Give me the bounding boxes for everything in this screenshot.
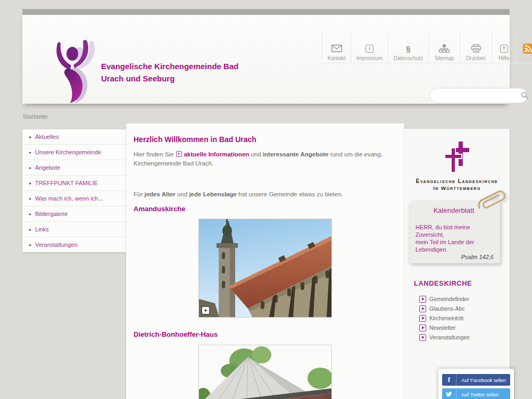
text: Für xyxy=(134,191,144,197)
share-box: f Auf Facebook teilen Auf Twitter teilen xyxy=(438,369,514,399)
sitemap-icon xyxy=(439,43,450,54)
nav-label: Drucken xyxy=(466,55,486,61)
text: und xyxy=(176,191,189,197)
abstract-figure-icon xyxy=(52,38,99,103)
search-box xyxy=(429,88,528,103)
intro-text: Hier finden Sie xyxy=(134,151,176,157)
intro-text: und xyxy=(249,151,263,157)
link-label: Kircheneintritt xyxy=(429,315,463,321)
triangle-icon xyxy=(419,305,426,312)
sidebar-item-veranstaltungen[interactable]: Veranstaltungen xyxy=(22,237,126,252)
church-photo-image xyxy=(199,219,331,317)
link-newsletter[interactable]: Newsletter xyxy=(404,323,510,332)
top-strip xyxy=(22,9,510,15)
sidebar-item-links[interactable]: Links xyxy=(22,221,126,237)
landeskirche-links-heading: LANDESKIRCHE xyxy=(414,279,510,287)
sidebar-item-angebote[interactable]: Angebote xyxy=(22,160,126,175)
sidebar-item-treffpunkt-familie[interactable]: TREFFPUNKT FAMILIE xyxy=(22,175,126,190)
share-twitter-label: Auf Twitter teilen xyxy=(456,392,498,397)
page-title: Herzlich Willkommen in Bad Urach xyxy=(134,123,397,144)
section-title-amanduskirche: Amanduskirche xyxy=(134,205,397,213)
double-cross-icon xyxy=(445,142,469,172)
site-title-line1: Evangelische Kirchengemeinde Bad xyxy=(101,60,271,72)
nav-item-impressum[interactable]: i Impressum xyxy=(351,32,388,63)
verse-line1: HERR, du bist meine Zuversicht, xyxy=(415,223,500,238)
nav-label: Datenschutz xyxy=(394,55,423,61)
sidebar-item-bildergalerie[interactable]: Bildergalerie xyxy=(22,206,126,221)
share-twitter-button[interactable]: Auf Twitter teilen xyxy=(442,388,510,399)
logo-text-line1: Evangelische Landeskirche xyxy=(404,178,510,185)
triangle-icon xyxy=(419,315,426,322)
triangle-icon xyxy=(419,334,426,341)
facebook-icon: f xyxy=(442,374,456,386)
search-icon[interactable] xyxy=(521,92,529,99)
printer-icon xyxy=(471,43,481,54)
paragraph-icon: § xyxy=(406,43,410,54)
search-input[interactable] xyxy=(430,90,521,101)
bold-text: jedes Alter xyxy=(144,191,175,197)
sidebar-item-was-mach-ich[interactable]: Was mach ich, wenn ich... xyxy=(22,190,126,206)
intro-paragraph: Hier finden Sie aktuelle Informationen u… xyxy=(134,150,400,168)
aktuelle-informationen-link[interactable]: aktuelle Informationen xyxy=(184,151,250,157)
triangle-icon xyxy=(419,325,426,331)
link-label: Gemeindefinder xyxy=(429,296,469,302)
breadcrumb: Startseite xyxy=(23,113,47,120)
nav-item-kontakt[interactable]: Kontakt xyxy=(322,32,351,63)
nav-label: Hilfe xyxy=(498,55,509,61)
site-title-line2: Urach und Seeburg xyxy=(101,72,271,85)
service-nav: Kontakt i Impressum § Datenschutz Sitema… xyxy=(322,32,532,63)
landeskirche-logo[interactable]: Evangelische Landeskirche In Württemberg xyxy=(404,129,510,192)
church-community-logo[interactable] xyxy=(52,38,99,103)
zoom-plus-icon[interactable]: + xyxy=(202,306,210,314)
rss-cell xyxy=(516,32,532,63)
landeskirche-links: Gemeindefinder Glaubens-Abc Kircheneintr… xyxy=(404,294,510,342)
kalenderblatt-note: Kalenderblatt HERR, du bist meine Zuvers… xyxy=(408,201,500,263)
second-paragraph: Für jedes Alter und jede Lebenslage hat … xyxy=(134,190,397,199)
bold-text: jede Lebenslage xyxy=(189,191,236,197)
nav-item-hilfe[interactable]: ? Hilfe xyxy=(492,32,516,63)
nav-item-drucken[interactable]: Drucken xyxy=(460,32,492,63)
main-content: Herzlich Willkommen in Bad Urach Hier fi… xyxy=(126,123,404,399)
nav-label: Kontakt xyxy=(328,55,346,61)
nav-item-datenschutz[interactable]: § Datenschutz xyxy=(388,32,428,63)
house-photo-image xyxy=(199,345,331,399)
landeskirche-logo-text: Evangelische Landeskirche In Württemberg xyxy=(404,178,510,192)
share-facebook-button[interactable]: f Auf Facebook teilen xyxy=(442,374,510,386)
mail-icon xyxy=(331,43,342,54)
kalenderblatt-source: Psalm 142,6 xyxy=(408,254,500,260)
link-label: Newsletter xyxy=(429,325,456,331)
amanduskirche-photo[interactable]: + xyxy=(198,219,332,318)
bonhoeffer-haus-photo[interactable] xyxy=(198,345,332,399)
triangle-icon xyxy=(419,296,426,303)
help-icon: ? xyxy=(500,43,508,54)
verse-line2: mein Teil im Lande der Lebendigen. xyxy=(415,238,500,253)
link-glaubens-abc[interactable]: Glaubens-Abc xyxy=(404,304,510,313)
share-facebook-label: Auf Facebook teilen xyxy=(456,377,506,383)
main-menu: Aktuelles Unsere Kirchengemeinde Angebot… xyxy=(22,129,126,252)
rss-icon[interactable] xyxy=(523,44,532,54)
link-label: Glaubens-Abc xyxy=(429,305,465,312)
twitter-bird-icon xyxy=(442,388,456,399)
link-kircheneintritt[interactable]: Kircheneintritt xyxy=(404,313,510,323)
link-arrow-icon xyxy=(176,151,182,157)
sidebar-item-aktuelles[interactable]: Aktuelles xyxy=(22,129,126,144)
kalenderblatt-verse: HERR, du bist meine Zuversicht, mein Tei… xyxy=(408,223,500,253)
text: hat unsere Gemeinde etwas zu bieten. xyxy=(237,191,343,197)
right-sidebar: Evangelische Landeskirche In Württemberg… xyxy=(404,129,510,399)
nav-label: Impressum xyxy=(356,55,383,61)
link-gemeindefinder[interactable]: Gemeindefinder xyxy=(404,294,510,304)
nav-item-sitemap[interactable]: Sitemap xyxy=(428,32,460,63)
header: Evangelische Kirchengemeinde Bad Urach u… xyxy=(22,15,510,104)
sidebar-item-unsere-kirchengemeinde[interactable]: Unsere Kirchengemeinde xyxy=(22,144,126,160)
link-veranstaltungen[interactable]: Veranstaltungen xyxy=(404,332,510,342)
section-title-bonhoeffer-haus: Dietrich-Bonhoeffer-Haus xyxy=(134,330,397,338)
link-label: Veranstaltungen xyxy=(429,334,470,340)
nav-label: Sitemap xyxy=(435,55,454,61)
intro-bold-text: interessante Angebote xyxy=(263,151,329,157)
info-icon: i xyxy=(365,43,373,54)
site-title: Evangelische Kirchengemeinde Bad Urach u… xyxy=(101,60,271,85)
